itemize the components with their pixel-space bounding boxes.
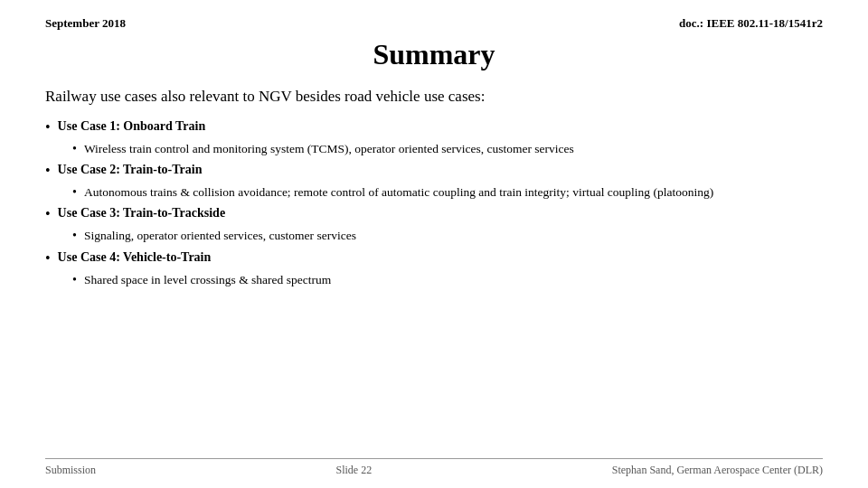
bullet-label-4: Use Case 4: Vehicle-to-Train	[58, 249, 212, 267]
bullet-item-2: • Use Case 2: Train-to-Train	[45, 162, 823, 179]
bullet-label-2: Use Case 2: Train-to-Train	[58, 162, 203, 179]
sub-bullet-dot-3-1: •	[72, 229, 77, 243]
bullet-list: • Use Case 1: Onboard Train • Wireless t…	[45, 118, 823, 288]
bullet-label-3: Use Case 3: Train-to-Trackside	[58, 205, 225, 222]
sub-bullet-text-4-1: Shared space in level crossings & shared…	[84, 272, 331, 288]
sub-bullet-text-2-1: Autonomous trains & collision avoidance;…	[84, 184, 713, 201]
bullet-label-1: Use Case 1: Onboard Train	[58, 118, 206, 136]
bullet-dot-2: •	[45, 163, 51, 179]
bullet-dot-3: •	[45, 206, 51, 222]
sub-bullet-dot-4-1: •	[72, 273, 77, 287]
header-doc: doc.: IEEE 802.11-18/1541r2	[679, 16, 823, 31]
bullet-item-4: • Use Case 4: Vehicle-to-Train	[45, 249, 823, 267]
sub-bullet-2-1: • Autonomous trains & collision avoidanc…	[72, 184, 823, 201]
bullet-dot-4: •	[45, 250, 51, 267]
footer-submission: Submission	[45, 464, 96, 477]
bullet-item-3: • Use Case 3: Train-to-Trackside	[45, 205, 823, 222]
sub-bullet-dot-1-1: •	[72, 142, 77, 156]
bullet-item-1: • Use Case 1: Onboard Train	[45, 118, 823, 136]
footer-slide-number: Slide 22	[336, 464, 373, 477]
sub-bullet-1-1: • Wireless train control and monitoring …	[72, 141, 823, 157]
slide: September 2018 doc.: IEEE 802.11-18/1541…	[0, 0, 868, 488]
slide-header: September 2018 doc.: IEEE 802.11-18/1541…	[45, 16, 823, 31]
bullet-dot-1: •	[45, 119, 51, 136]
header-date: September 2018	[45, 16, 126, 31]
footer-author: Stephan Sand, German Aerospace Center (D…	[612, 464, 823, 477]
slide-title: Summary	[45, 38, 823, 71]
sub-bullet-text-1-1: Wireless train control and monitoring sy…	[84, 141, 574, 157]
sub-bullet-3-1: • Signaling, operator oriented services,…	[72, 228, 823, 244]
main-content: Railway use cases also relevant to NGV b…	[45, 88, 823, 288]
subtitle: Railway use cases also relevant to NGV b…	[45, 88, 823, 106]
sub-bullet-4-1: • Shared space in level crossings & shar…	[72, 272, 823, 288]
slide-footer: Submission Slide 22 Stephan Sand, German…	[45, 458, 823, 477]
sub-bullet-text-3-1: Signaling, operator oriented services, c…	[84, 228, 356, 244]
sub-bullet-dot-2-1: •	[72, 185, 77, 200]
